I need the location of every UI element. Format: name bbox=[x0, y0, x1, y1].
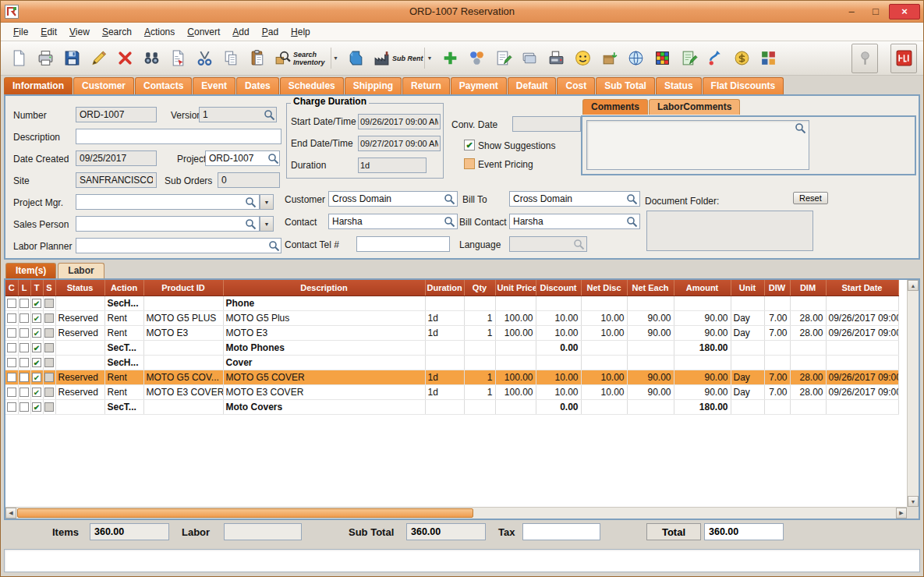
row-checkbox-l[interactable] bbox=[19, 328, 29, 338]
cell[interactable] bbox=[826, 355, 898, 370]
cell[interactable] bbox=[425, 355, 464, 370]
cell[interactable]: 28.00 bbox=[790, 384, 826, 399]
row-checkbox-s[interactable] bbox=[44, 343, 54, 352]
cell[interactable] bbox=[627, 399, 674, 414]
cell[interactable] bbox=[55, 340, 104, 355]
pin-button[interactable] bbox=[851, 44, 878, 73]
column-header-action[interactable]: Action bbox=[104, 280, 143, 296]
payment-button[interactable] bbox=[728, 44, 755, 73]
vertical-scrollbar[interactable]: ▲ ▼ bbox=[907, 280, 919, 507]
export-document-button[interactable] bbox=[165, 44, 191, 73]
row-checkbox-s[interactable] bbox=[44, 313, 54, 323]
column-header-start-date[interactable]: Start Date bbox=[826, 280, 898, 296]
cell[interactable]: 1 bbox=[464, 325, 495, 340]
column-header-discount[interactable]: Discount bbox=[536, 280, 581, 296]
sales-person-dropdown[interactable]: ▼ bbox=[260, 216, 274, 232]
comments-search-icon[interactable] bbox=[795, 122, 806, 134]
cell[interactable]: 7.00 bbox=[764, 310, 790, 325]
row-checkbox-t[interactable]: ✔ bbox=[32, 388, 41, 397]
tab-item-s-[interactable]: Item(s) bbox=[5, 263, 56, 278]
cell[interactable]: MOTO E3 bbox=[143, 325, 223, 340]
cell[interactable] bbox=[495, 340, 536, 355]
tab-sub-total[interactable]: Sub Total bbox=[596, 77, 655, 94]
row-checkbox-s[interactable] bbox=[44, 373, 54, 382]
tab-return[interactable]: Return bbox=[402, 77, 450, 94]
cell[interactable]: 10.00 bbox=[581, 384, 627, 399]
cell[interactable]: MOTO E3 COVER bbox=[223, 384, 425, 399]
web-button[interactable] bbox=[622, 44, 649, 73]
cell[interactable] bbox=[143, 296, 223, 310]
cell[interactable]: Rent bbox=[104, 370, 143, 384]
table-row[interactable]: ✔SecT...Moto Phones0.00180.00 bbox=[5, 340, 898, 355]
bill-contact-search-icon[interactable] bbox=[626, 216, 638, 228]
tab-customer[interactable]: Customer bbox=[73, 77, 134, 94]
tab-contacts[interactable]: Contacts bbox=[135, 77, 192, 94]
end-date-field[interactable] bbox=[358, 136, 441, 151]
cell[interactable]: MOTO E3 COVER bbox=[143, 384, 223, 399]
delete-button[interactable] bbox=[112, 44, 138, 73]
row-checkbox-l[interactable] bbox=[19, 402, 29, 412]
cell[interactable] bbox=[464, 340, 495, 355]
tab-schedules[interactable]: Schedules bbox=[280, 77, 344, 94]
new-button[interactable] bbox=[5, 44, 32, 73]
total-field[interactable] bbox=[704, 523, 784, 540]
labor-planner-search-icon[interactable] bbox=[268, 240, 280, 252]
cell[interactable]: 1 bbox=[464, 310, 495, 325]
conv-date-field[interactable] bbox=[512, 116, 581, 132]
exit-button[interactable] bbox=[890, 44, 917, 73]
cell[interactable]: 10.00 bbox=[581, 370, 627, 384]
reset-button[interactable]: Reset bbox=[793, 192, 828, 204]
tab-labor[interactable]: Labor bbox=[58, 263, 104, 278]
cell[interactable]: 180.00 bbox=[674, 340, 731, 355]
cell[interactable]: 1d bbox=[425, 310, 464, 325]
menu-search[interactable]: Search bbox=[96, 24, 138, 40]
cell[interactable]: 28.00 bbox=[790, 370, 826, 384]
cell[interactable]: 90.00 bbox=[627, 370, 674, 384]
cell[interactable] bbox=[143, 399, 223, 414]
cell[interactable]: 10.00 bbox=[536, 384, 581, 399]
cell[interactable]: Moto Phones bbox=[223, 340, 425, 355]
scrollbar-thumb[interactable] bbox=[17, 508, 473, 518]
add-item-button[interactable] bbox=[437, 44, 463, 73]
menu-help[interactable]: Help bbox=[285, 24, 317, 40]
row-checkbox-s[interactable] bbox=[44, 388, 54, 397]
cell[interactable]: 10.00 bbox=[581, 310, 627, 325]
row-checkbox-c[interactable] bbox=[7, 313, 16, 323]
column-header-diw[interactable]: DIW bbox=[764, 280, 790, 296]
scroll-left-icon[interactable]: ◀ bbox=[5, 508, 16, 519]
row-checkbox-s[interactable] bbox=[44, 358, 54, 367]
cell[interactable]: Reserved bbox=[55, 325, 104, 340]
cell[interactable]: 09/26/2017 09:00 bbox=[826, 325, 898, 340]
number-field[interactable] bbox=[76, 107, 157, 122]
column-header-duration[interactable]: Duration bbox=[425, 280, 464, 296]
tab-payment[interactable]: Payment bbox=[451, 77, 507, 94]
duration-field[interactable] bbox=[358, 158, 427, 173]
menu-view[interactable]: View bbox=[63, 24, 96, 40]
cell[interactable] bbox=[627, 296, 674, 310]
catalog-button[interactable] bbox=[649, 44, 675, 73]
cell[interactable]: SecT... bbox=[104, 340, 143, 355]
paste-button[interactable] bbox=[244, 44, 271, 73]
row-checkbox-c[interactable] bbox=[7, 343, 16, 352]
cell[interactable] bbox=[764, 340, 790, 355]
cell[interactable] bbox=[143, 355, 223, 370]
date-created-field[interactable] bbox=[76, 150, 157, 166]
column-header-net-disc[interactable]: Net Disc bbox=[581, 280, 627, 296]
cell[interactable]: 100.00 bbox=[495, 370, 536, 384]
cell[interactable]: 1d bbox=[425, 325, 464, 340]
tab-event[interactable]: Event bbox=[193, 77, 235, 94]
cell[interactable] bbox=[425, 399, 464, 414]
tax-field[interactable] bbox=[522, 523, 600, 540]
menu-edit[interactable]: Edit bbox=[34, 24, 63, 40]
cell[interactable]: 28.00 bbox=[790, 325, 826, 340]
feedback-button[interactable] bbox=[569, 44, 596, 73]
menu-convert[interactable]: Convert bbox=[181, 24, 226, 40]
customer-search-icon[interactable] bbox=[444, 193, 455, 205]
cell[interactable] bbox=[495, 399, 536, 414]
cell[interactable]: MOTO E3 bbox=[223, 325, 425, 340]
cell[interactable]: MOTO G5 COVER bbox=[223, 370, 425, 384]
cell[interactable] bbox=[581, 296, 627, 310]
cell[interactable] bbox=[581, 355, 627, 370]
cell[interactable] bbox=[464, 399, 495, 414]
cell[interactable]: Reserved bbox=[55, 370, 104, 384]
